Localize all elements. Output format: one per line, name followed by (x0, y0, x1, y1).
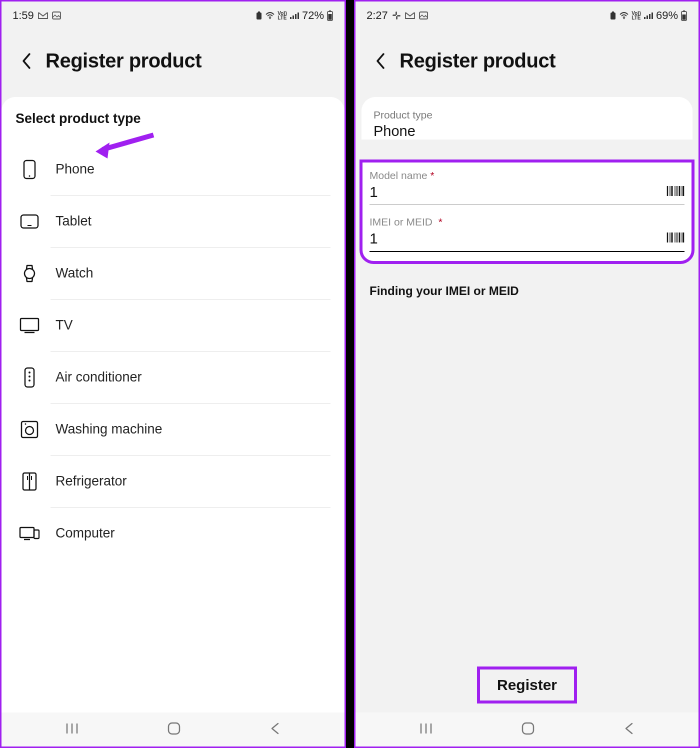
svg-rect-36 (168, 723, 180, 734)
slack-icon (392, 11, 401, 20)
android-nav-bar (2, 712, 344, 746)
svg-rect-0 (52, 12, 60, 19)
back-button[interactable] (370, 51, 390, 71)
register-button[interactable]: Register (477, 666, 577, 704)
screenshot-right: 2:27 Vo))LTE 69% Register product Produc… (354, 0, 700, 748)
volte-icon: Vo))LTE (278, 11, 287, 20)
list-item-tablet[interactable]: Tablet (16, 196, 330, 247)
svg-rect-1 (256, 12, 262, 20)
svg-rect-13 (21, 215, 38, 228)
volte-icon: Vo))LTE (632, 11, 641, 20)
gallery-icon (52, 12, 61, 20)
svg-rect-50 (683, 10, 685, 12)
list-label: Air conditioner (56, 370, 142, 385)
imei-field[interactable]: IMEI or MEID * 1 (370, 216, 684, 252)
battery-icon (680, 10, 688, 21)
list-item-washing-machine[interactable]: Washing machine (16, 404, 330, 455)
svg-rect-51 (682, 14, 686, 20)
svg-rect-9 (329, 10, 331, 12)
nav-back-icon[interactable] (623, 722, 635, 738)
svg-rect-48 (652, 12, 653, 19)
find-imei-link[interactable]: Finding your IMEI or MEID (356, 264, 698, 318)
nav-home-icon[interactable] (520, 721, 536, 738)
battery-percent: 72% (302, 9, 324, 22)
list-item-computer[interactable]: Computer (16, 508, 330, 559)
product-type-value: Phone (374, 123, 682, 140)
annotation-highlight-register: Register (356, 666, 698, 704)
watch-icon (18, 264, 40, 283)
svg-rect-37 (396, 12, 397, 15)
wifi-icon (619, 12, 629, 20)
list-label: Phone (56, 162, 94, 177)
svg-rect-71 (522, 723, 534, 734)
back-button[interactable] (16, 51, 36, 71)
refrigerator-icon (18, 472, 40, 491)
svg-point-12 (29, 175, 30, 176)
status-bar: 2:27 Vo))LTE 69% (356, 2, 698, 30)
nav-recents-icon[interactable] (419, 722, 433, 738)
annotation-highlight-fields: Model name * 1 IMEI or MEID * 1 (360, 160, 694, 264)
svg-rect-31 (34, 530, 39, 538)
list-item-refrigerator[interactable]: Refrigerator (16, 456, 330, 507)
svg-rect-40 (397, 15, 400, 16)
section-title: Select product type (16, 111, 330, 126)
product-type-label: Product type (374, 109, 682, 121)
list-label: Washing machine (56, 422, 162, 437)
svg-point-15 (24, 268, 34, 278)
list-item-tv[interactable]: TV (16, 300, 330, 351)
svg-rect-39 (396, 16, 398, 20)
svg-point-44 (624, 18, 625, 20)
svg-point-20 (28, 376, 30, 378)
svg-point-21 (28, 380, 30, 382)
phone-icon (18, 160, 40, 180)
android-nav-bar (356, 712, 698, 746)
model-name-field[interactable]: Model name * 1 (370, 170, 684, 205)
list-item-phone[interactable]: Phone (16, 144, 330, 195)
svg-rect-45 (644, 17, 646, 19)
page-title: Register product (46, 50, 202, 72)
list-label: Watch (56, 266, 94, 281)
svg-point-3 (270, 18, 271, 20)
battery-saver-icon (610, 11, 616, 20)
list-item-ac[interactable]: Air conditioner (16, 352, 330, 403)
nav-recents-icon[interactable] (65, 722, 79, 738)
gmail-icon (38, 12, 48, 20)
tv-icon (18, 318, 40, 334)
signal-icon (644, 12, 654, 20)
battery-saver-icon (256, 11, 262, 20)
svg-rect-42 (610, 12, 616, 20)
svg-rect-43 (612, 12, 614, 13)
svg-rect-47 (649, 14, 650, 19)
computer-icon (18, 526, 40, 542)
gmail-icon (405, 12, 415, 20)
field-label: Model name * (370, 170, 684, 182)
list-label: TV (56, 318, 73, 333)
nav-back-icon[interactable] (269, 722, 281, 738)
svg-rect-5 (292, 16, 294, 19)
washing-machine-icon (18, 420, 40, 438)
wifi-icon (265, 12, 275, 20)
required-asterisk: * (438, 216, 442, 228)
list-item-watch[interactable]: Watch (16, 248, 330, 299)
svg-rect-6 (295, 14, 296, 19)
status-time: 1:59 (12, 9, 34, 22)
svg-rect-4 (290, 17, 292, 19)
svg-rect-38 (392, 14, 396, 16)
battery-percent: 69% (656, 9, 678, 22)
imei-input[interactable]: 1 (370, 230, 666, 247)
svg-point-19 (28, 372, 30, 374)
page-header: Register product (2, 30, 344, 97)
field-label: IMEI or MEID * (370, 216, 684, 228)
required-asterisk: * (430, 170, 434, 181)
nav-home-icon[interactable] (166, 721, 182, 738)
svg-rect-46 (646, 16, 648, 19)
barcode-scan-icon[interactable] (666, 232, 684, 246)
product-type-display: Product type Phone (362, 97, 692, 140)
product-type-card: Select product type Phone Tablet Watch T… (2, 97, 344, 746)
barcode-scan-icon[interactable] (666, 185, 684, 199)
model-name-input[interactable]: 1 (370, 184, 666, 200)
svg-rect-7 (298, 12, 299, 19)
list-label: Computer (56, 526, 115, 541)
page-title: Register product (400, 50, 556, 72)
svg-rect-10 (328, 14, 332, 20)
